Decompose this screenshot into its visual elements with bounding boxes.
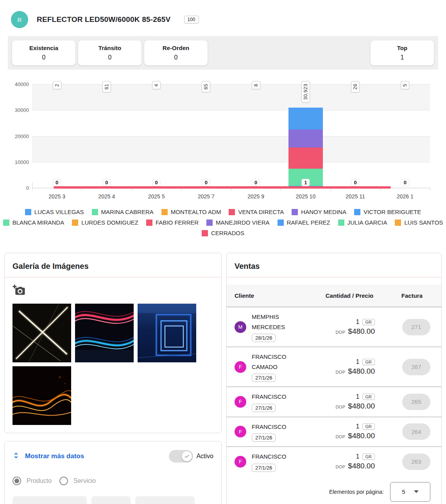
legend-swatch (338, 220, 344, 226)
stat-top: Top 1 (370, 40, 434, 66)
legend-swatch (202, 230, 208, 236)
unit-chip: GR (362, 423, 375, 430)
gallery-image-red-blue-streaks[interactable] (75, 304, 134, 362)
bar-segment[interactable] (288, 148, 323, 169)
quantity-value: 1 (356, 358, 360, 365)
client-name: FRANCISCO (252, 452, 306, 462)
column-cliente: Cliente (235, 292, 324, 299)
bar-segment[interactable] (288, 130, 323, 148)
baseline-value-label: 0 (351, 179, 360, 186)
radio-producto[interactable]: Producto (13, 477, 52, 485)
bar-total-label: 26 (351, 81, 360, 92)
quantity-price-cell: 1GRDOP$480.00 (316, 358, 375, 376)
x-axis-tick-label: 2025 7 (198, 193, 215, 200)
stat-existencia: Existencia 0 (12, 40, 76, 66)
product-initial: R (18, 16, 22, 23)
currency-label: DOP (336, 370, 346, 374)
active-toggle[interactable] (169, 450, 193, 463)
legend-label: FABIO FERRER (156, 219, 199, 226)
gallery-grid (13, 304, 213, 425)
legend-item[interactable]: FABIO FERRER (146, 219, 199, 226)
baseline-value-label: 0 (102, 179, 111, 186)
plot-band (32, 110, 430, 136)
invoice-pill[interactable]: 267 (402, 359, 430, 375)
quantity-price-cell: 1GRDOP$480.00 (316, 453, 375, 470)
form-field-placeholder[interactable] (91, 496, 131, 504)
radio-servicio[interactable]: Servicio (59, 477, 96, 485)
x-axis-tick-label: 2025 4 (98, 193, 115, 200)
legend-item[interactable]: MANEJIRDO VIERA (206, 219, 270, 226)
amount-value: $480.00 (348, 367, 375, 376)
y-axis-tick-label: 0 (0, 185, 29, 191)
table-row: MMEMPHIS MERCEDES28/1/261GRDOP$480.00271 (227, 307, 441, 347)
legend-item[interactable]: HANOY MEDINA (292, 209, 346, 215)
quantity-value: 1 (356, 423, 360, 430)
legend-label: MANEJIRDO VIERA (216, 219, 270, 226)
quantity-value: 1 (356, 393, 360, 400)
radio-label: Servicio (73, 477, 96, 484)
gridline (32, 162, 430, 162)
items-per-page-label: Elementos por página: (329, 489, 384, 495)
gridline (32, 110, 430, 110)
form-field-placeholder[interactable] (135, 496, 195, 504)
add-a-photo-icon (13, 292, 26, 297)
show-more-data-label: Mostrar más datos (25, 452, 84, 460)
legend-item[interactable]: LUIS SANTOS (395, 219, 443, 226)
legend-label: MARINA CABRERA (101, 209, 154, 215)
x-axis-tick-label: 2025 3 (48, 193, 65, 200)
page-size-select[interactable]: 5 (390, 482, 430, 502)
bar-total-label: 4 (152, 81, 161, 89)
legend-item[interactable]: RAFAEL PEREZ (278, 219, 330, 226)
unit-chip: GR (362, 319, 375, 325)
stats-strip: Existencia 0 Tránsito 0 Re-Orden 0 Top 1 (8, 36, 438, 70)
show-more-data-button[interactable]: Mostrar más datos (13, 451, 84, 462)
chart-legend: LUCAS VILLEGASMARINA CABRERAMONTEALTO AD… (4, 209, 442, 236)
legend-label: HANOY MEDINA (301, 209, 346, 215)
client-cell: MEMPHIS MERCEDES28/1/26 (246, 312, 316, 342)
legend-swatch (146, 220, 152, 226)
gallery-image-orange-light-trails[interactable] (13, 366, 71, 425)
invoice-pill[interactable]: 271 (402, 319, 430, 335)
legend-row: CERRADOS (4, 230, 442, 236)
table-row: FFRANCISCO27/1/261GRDOP$480.00263 (227, 447, 441, 477)
ventas-title: Ventas (227, 253, 441, 277)
legend-row: LUCAS VILLEGASMARINA CABRERAMONTEALTO AD… (4, 209, 442, 215)
invoice-pill[interactable]: 263 (402, 454, 430, 470)
unfold-more-icon (13, 451, 20, 462)
gallery-image-neon-rectangles[interactable] (138, 304, 196, 362)
legend-swatch (92, 209, 98, 215)
bar-total-label: 2 (53, 81, 61, 89)
gallery-title: Galería de Imágenes (5, 253, 221, 277)
chevron-down-icon (414, 490, 419, 493)
gridline (32, 136, 430, 137)
baseline-value-label: 0 (152, 179, 161, 186)
legend-item[interactable]: BLANCA MIRANDA (3, 219, 64, 226)
client-name: FRANCISCO CAMADO (252, 352, 306, 372)
invoice-pill[interactable]: 265 (402, 394, 430, 410)
gallery-image-crossed-light-beams[interactable] (13, 304, 71, 362)
legend-item[interactable]: MONTEALTO ADM (161, 209, 221, 215)
ventas-card: Ventas Cliente Cantidad / Precio Factura… (226, 253, 442, 504)
legend-item[interactable]: MARINA CABRERA (92, 209, 154, 215)
x-axis-tick-label: 2025 11 (346, 193, 365, 200)
legend-swatch (25, 209, 31, 215)
date-chip: 27/1/26 (252, 464, 276, 472)
legend-item[interactable]: VICTOR BERIGUETE (354, 209, 421, 215)
stat-label: Existencia (29, 45, 58, 51)
legend-item[interactable]: JULIA GARCIA (338, 219, 387, 226)
radio-label: Producto (27, 477, 52, 484)
radio-icon (13, 477, 21, 485)
bar-segment[interactable] (288, 108, 323, 129)
invoice-pill[interactable]: 264 (402, 423, 430, 440)
column-cantidad-precio: Cantidad / Precio (324, 291, 375, 301)
legend-item[interactable]: VENTA DIRECTA (229, 209, 284, 215)
unit-chip: GR (362, 359, 375, 365)
form-field-placeholder[interactable] (13, 496, 87, 504)
legend-item[interactable]: LURDES DOMIGUEZ (72, 219, 138, 226)
currency-label: DOP (336, 434, 346, 439)
client-cell: FRANCISCO27/1/26 (246, 422, 316, 442)
legend-item[interactable]: LUCAS VILLEGAS (25, 209, 84, 215)
add-photo-button[interactable] (13, 284, 26, 297)
legend-item[interactable]: CERRADOS (202, 230, 244, 236)
amount-value: $480.00 (348, 462, 375, 470)
